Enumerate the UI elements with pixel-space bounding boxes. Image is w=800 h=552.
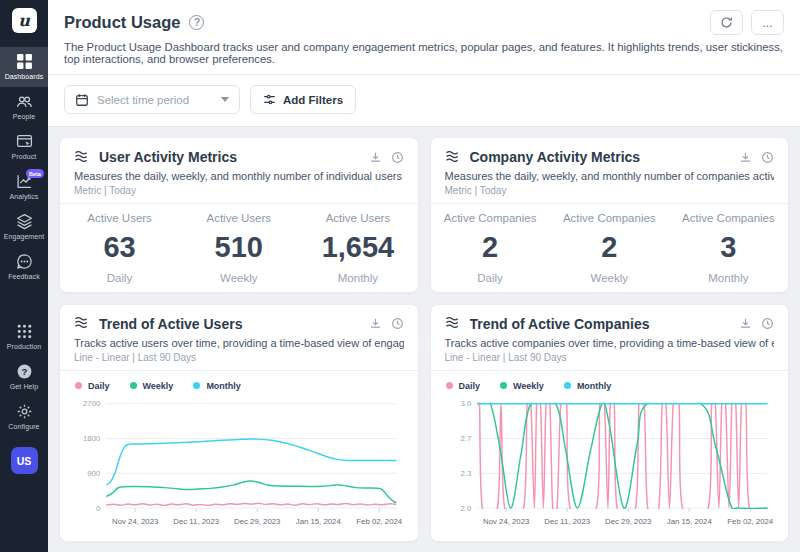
metric-period: Daily (431, 272, 550, 284)
metric-label: Active Users (60, 212, 179, 224)
svg-text:Dec 29, 2023: Dec 29, 2023 (605, 516, 651, 525)
legend-item-daily[interactable]: Daily (446, 381, 481, 391)
metric-label: Active Users (298, 212, 417, 224)
legend-item-daily[interactable]: Daily (75, 381, 110, 391)
sidebar-item-feedback[interactable]: Feedback (0, 247, 48, 287)
svg-text:Nov 24, 2023: Nov 24, 2023 (483, 516, 529, 525)
svg-text:Dec 29, 2023: Dec 29, 2023 (234, 516, 280, 525)
svg-text:2.7: 2.7 (460, 434, 471, 443)
sliders-icon (263, 93, 276, 106)
card-user-activity-metrics: User Activity Metrics Measures the dail (59, 137, 419, 293)
legend-dot (564, 382, 571, 389)
svg-text:Dec 11, 2023: Dec 11, 2023 (544, 516, 590, 525)
sidebar-item-production[interactable]: Production (0, 317, 48, 357)
metric-period: Weekly (179, 272, 298, 284)
gear-icon (16, 403, 33, 420)
page-header: Product Usage ? ... The Product Usage Da… (48, 0, 800, 75)
card-title: Trend of Active Companies (470, 316, 732, 332)
clock-icon[interactable] (391, 151, 404, 164)
download-icon[interactable] (369, 317, 382, 330)
time-period-placeholder: Select time period (97, 94, 213, 106)
page-description: The Product Usage Dashboard tracks user … (64, 41, 784, 65)
sidebar-item-label: Get Help (10, 383, 38, 390)
download-icon[interactable] (739, 151, 752, 164)
clock-icon[interactable] (761, 151, 774, 164)
beta-badge: Beta (26, 169, 45, 178)
card-description: Tracks active companies over time, provi… (445, 337, 775, 349)
metric-weekly: Active Companies 2 Weekly (550, 212, 669, 284)
card-subtitle: Metric | Today (74, 185, 404, 196)
svg-text:2700: 2700 (83, 399, 101, 408)
series-weekly-line (106, 481, 397, 502)
metric-value: 510 (179, 231, 298, 264)
sidebar-item-get-help[interactable]: ? Get Help (0, 357, 48, 397)
sidebar-item-product[interactable]: Product (0, 127, 48, 167)
people-icon (16, 93, 33, 110)
metric-daily: Active Companies 2 Daily (431, 212, 550, 284)
dashboards-icon (16, 53, 33, 70)
metric-monthly: Active Companies 3 Monthly (669, 212, 788, 284)
card-description: Tracks active users over time, providing… (74, 337, 404, 349)
active-companies-line-chart: 2.02.32.73.0Nov 24, 2023Dec 11, 2023Dec … (444, 395, 776, 537)
calendar-icon (75, 93, 89, 107)
svg-text:3.0: 3.0 (460, 399, 471, 408)
svg-text:1800: 1800 (83, 434, 101, 443)
legend-dot (193, 382, 200, 389)
card-trend-active-users: Trend of Active Users Tracks active use (59, 304, 419, 542)
clock-icon[interactable] (761, 317, 774, 330)
legend-item-monthly[interactable]: Monthly (564, 381, 612, 391)
legend-label: Weekly (143, 381, 174, 391)
sidebar-item-engagement[interactable]: Engagement (0, 207, 48, 247)
active-users-line-chart: 090018002700Nov 24, 2023Dec 11, 2023Dec … (73, 395, 405, 537)
sidebar-item-configure[interactable]: Configure (0, 397, 48, 437)
add-filters-button[interactable]: Add Filters (250, 85, 356, 114)
waves-icon (74, 316, 91, 331)
analytics-icon: Beta (16, 173, 33, 190)
more-options-button[interactable]: ... (751, 10, 784, 35)
legend-item-weekly[interactable]: Weekly (500, 381, 544, 391)
legend-dot (446, 382, 453, 389)
svg-text:900: 900 (87, 469, 101, 478)
help-circle-icon: ? (16, 363, 33, 380)
user-avatar[interactable]: US (11, 447, 38, 474)
userpilot-logo[interactable]: u (12, 8, 37, 33)
sidebar-spacer (0, 287, 48, 317)
sidebar-item-analytics[interactable]: Beta Analytics (0, 167, 48, 207)
legend-label: Daily (459, 381, 481, 391)
clock-icon[interactable] (391, 317, 404, 330)
metrics-body: Active Companies 2 Daily Active Companie… (431, 204, 789, 292)
app-window: u Dashboards People Product (0, 0, 800, 552)
product-icon (16, 133, 33, 150)
legend-item-monthly[interactable]: Monthly (193, 381, 241, 391)
refresh-button[interactable] (710, 10, 743, 35)
chevron-down-icon (221, 97, 229, 102)
page-help-icon[interactable]: ? (189, 15, 204, 30)
metric-label: Active Companies (550, 212, 669, 224)
svg-text:Dec 11, 2023: Dec 11, 2023 (173, 516, 219, 525)
sidebar-item-label: Analytics (10, 193, 39, 200)
time-period-select[interactable]: Select time period (64, 85, 240, 114)
sidebar-item-dashboards[interactable]: Dashboards (0, 47, 48, 87)
sidebar-nav: Dashboards People Product Beta Ana (0, 47, 48, 437)
waves-icon (74, 150, 91, 165)
card-trend-active-companies: Trend of Active Companies Tracks active (430, 304, 790, 542)
card-company-activity-metrics: Company Activity Metrics Measures the d (430, 137, 790, 293)
metric-label: Active Companies (669, 212, 788, 224)
svg-text:Jan 15, 2024: Jan 15, 2024 (666, 516, 712, 525)
metric-daily: Active Users 63 Daily (60, 212, 179, 284)
metric-label: Active Users (179, 212, 298, 224)
metrics-body: Active Users 63 Daily Active Users 510 W… (60, 204, 418, 292)
sidebar-item-label: Engagement (4, 233, 45, 240)
sidebar-item-label: Feedback (8, 273, 40, 280)
legend-item-weekly[interactable]: Weekly (130, 381, 174, 391)
download-icon[interactable] (739, 317, 752, 330)
production-icon (16, 323, 33, 340)
card-subtitle: Line - Linear | Last 90 Days (74, 352, 404, 363)
download-icon[interactable] (369, 151, 382, 164)
metric-weekly: Active Users 510 Weekly (179, 212, 298, 284)
legend-label: Monthly (577, 381, 612, 391)
sidebar: u Dashboards People Product (0, 0, 48, 552)
metric-value: 3 (669, 231, 788, 264)
series-daily-line (106, 503, 397, 505)
sidebar-item-people[interactable]: People (0, 87, 48, 127)
